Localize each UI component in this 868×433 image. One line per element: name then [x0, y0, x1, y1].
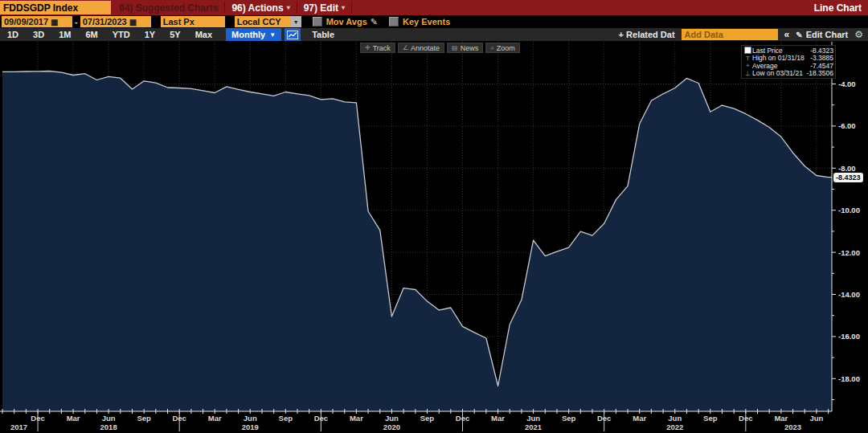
y-tick-label: -16.00 [838, 332, 860, 341]
divider [351, 2, 352, 14]
legend-marker-icon: T [743, 55, 752, 62]
x-tick-label: Mar [491, 414, 505, 423]
key-events-checkbox[interactable] [389, 17, 399, 27]
range-tab-ytd[interactable]: YTD [105, 30, 137, 39]
annotate-tool-button[interactable]: ∠Annotate [398, 43, 444, 53]
legend-value: -3.3885 [810, 54, 833, 62]
control-bar: 09/09/2017 ▦ - 07/31/2023 ▦ Last Px Loca… [0, 15, 868, 28]
mov-avgs-checkbox[interactable] [313, 17, 322, 27]
tool-label: News [461, 44, 479, 52]
x-tick-label: Jun [385, 414, 399, 423]
date-to-value: 07/31/2023 [83, 17, 127, 27]
menu-actions-label: 96) Actions [231, 2, 283, 14]
x-tick-label: Jun [668, 414, 682, 423]
legend-marker-icon: + [743, 62, 752, 69]
x-year-label: 2023 [784, 423, 801, 431]
x-year-label: 2021 [525, 423, 542, 431]
x-tick-label: Jun [526, 414, 540, 423]
currency-dropdown-button[interactable]: ▼ [291, 16, 301, 27]
legend-label: Average [752, 62, 810, 70]
x-tick-label: Sep [137, 414, 151, 423]
legend-row: +Average-7.4547 [743, 62, 833, 70]
chart-legend: Last Price-8.4323THigh on 01/31/18-3.388… [741, 45, 836, 79]
key-events-label: Key Events [403, 17, 450, 27]
series-swatch [745, 47, 751, 53]
chevron-down-icon: ▾ [287, 4, 290, 11]
track-tool-button[interactable]: ✛Track [360, 43, 395, 53]
x-year-label: 2022 [666, 423, 683, 431]
menu-suggested-charts[interactable]: 94) Suggested Charts [119, 2, 218, 14]
range-tab-1d[interactable]: 1D [0, 30, 26, 39]
x-tick-label: Mar [350, 414, 363, 423]
add-data-input[interactable]: Add Data [682, 29, 778, 40]
legend-marker-icon: ⊥ [743, 70, 752, 77]
mov-avgs-label: Mov Avgs [326, 17, 367, 27]
security-ticker-field[interactable]: FDDSGDP Index [0, 1, 111, 14]
tool-label: Zoom [497, 44, 515, 52]
legend-value: -8.4323 [810, 47, 833, 55]
x-tick-label: Jun [809, 414, 823, 423]
date-from-input[interactable]: 09/09/2017 ▦ [2, 16, 72, 27]
menu-edit[interactable]: 97) Edit ▾ [304, 2, 345, 14]
x-tick-label: Sep [420, 414, 435, 423]
tool-label: Annotate [411, 44, 440, 52]
chart-type-button[interactable] [285, 28, 301, 41]
range-tab-5y[interactable]: 5Y [162, 30, 187, 39]
table-button[interactable]: Table [312, 30, 334, 39]
pencil-icon[interactable]: ✎ [371, 17, 378, 27]
edit-chart-label: Edit Chart [806, 30, 849, 39]
y-tick-label: -8.00 [838, 164, 856, 173]
y-tick-label: -14.00 [838, 290, 860, 299]
edit-chart-button[interactable]: ✎ Edit Chart [796, 30, 848, 39]
range-tabs: 1D3D1M6MYTD1Y5YMax [0, 30, 219, 39]
frequency-value: Monthly [231, 30, 265, 39]
y-tick-label: -4.00 [838, 80, 856, 88]
legend-label: Last Price [752, 47, 810, 55]
legend-value: -18.3506 [806, 69, 833, 77]
x-tick-label: Mar [208, 414, 222, 423]
legend-row: THigh on 01/31/18-3.3885 [743, 55, 833, 63]
calendar-icon[interactable]: ▦ [129, 18, 137, 27]
x-year-label: 2018 [100, 423, 117, 431]
divider [224, 2, 225, 14]
gear-icon[interactable]: ⚙ [854, 29, 863, 40]
period-bar: 1D3D1M6MYTD1Y5YMax Monthly ▼ Table + Rel… [0, 28, 868, 41]
x-tick-label: Mar [633, 414, 646, 423]
legend-label: Low on 03/31/21 [752, 69, 806, 77]
chevron-down-icon: ▾ [342, 4, 345, 11]
range-tab-3d[interactable]: 3D [26, 30, 51, 39]
pencil-icon: ✎ [796, 31, 802, 39]
x-tick-label: Sep [562, 414, 576, 423]
y-tick-label: -12.00 [838, 248, 860, 257]
chart-area[interactable]: -4.00-6.00-8.00-10.00-12.00-14.00-16.00-… [0, 41, 868, 433]
line-chart-icon [287, 31, 298, 39]
collapse-panel-button[interactable]: « [784, 29, 790, 40]
zoom-tool-button[interactable]: ⌕Zoom [485, 43, 520, 53]
x-year-label: 2020 [383, 423, 400, 431]
date-from-value: 09/09/2017 [4, 17, 48, 27]
chart-mini-toolbar: ✛Track∠Annotate▤News⌕Zoom [360, 43, 520, 53]
news-tool-button[interactable]: ▤News [447, 43, 483, 53]
last-price-axis-label: -8.4323 [833, 173, 863, 182]
x-year-label: 2017 [10, 423, 27, 431]
related-data-button[interactable]: + Related Dat [619, 30, 675, 39]
menu-actions[interactable]: 96) Actions ▾ [231, 2, 289, 14]
area-fill [2, 71, 832, 412]
currency-select[interactable]: Local CCY [235, 16, 291, 27]
range-tab-1m[interactable]: 1M [51, 30, 78, 39]
range-tab-6m[interactable]: 6M [78, 30, 104, 39]
x-tick-label: Jun [244, 414, 257, 423]
frequency-select[interactable]: Monthly ▼ [226, 28, 281, 41]
date-to-input[interactable]: 07/31/2023 ▦ [80, 16, 151, 27]
date-range-dash: - [75, 17, 78, 27]
range-tab-max[interactable]: Max [188, 30, 219, 39]
price-field-select[interactable]: Last Px [161, 16, 225, 27]
calendar-icon[interactable]: ▦ [51, 18, 58, 27]
price-chart[interactable]: -4.00-6.00-8.00-10.00-12.00-14.00-16.00-… [0, 41, 868, 433]
range-tab-1y[interactable]: 1Y [137, 30, 162, 39]
y-tick-label: -10.00 [838, 206, 860, 214]
x-tick-label: Mar [67, 414, 80, 423]
legend-value: -7.4547 [810, 62, 833, 70]
zoom-icon: ⌕ [490, 44, 493, 52]
legend-label: High on 01/31/18 [752, 54, 810, 62]
